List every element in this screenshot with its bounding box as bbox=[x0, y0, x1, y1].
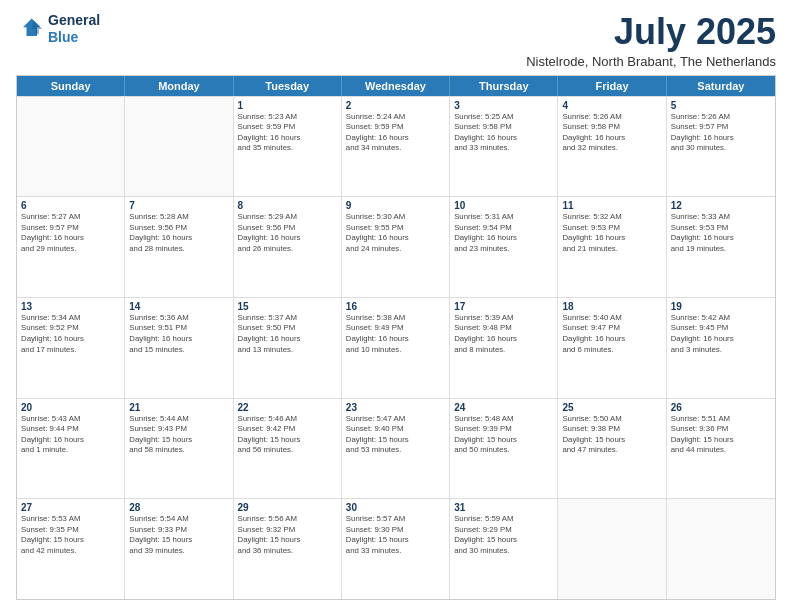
month-title: July 2025 bbox=[526, 12, 776, 52]
cell-info-r3-c3: Sunrise: 5:47 AM Sunset: 9:40 PM Dayligh… bbox=[346, 414, 445, 456]
cal-cell-r3-c4: 24Sunrise: 5:48 AM Sunset: 9:39 PM Dayli… bbox=[450, 399, 558, 499]
logo-line2: Blue bbox=[48, 29, 100, 46]
cell-info-r4-c3: Sunrise: 5:57 AM Sunset: 9:30 PM Dayligh… bbox=[346, 514, 445, 556]
logo-text: General Blue bbox=[48, 12, 100, 46]
logo: General Blue bbox=[16, 12, 100, 46]
cell-day-r3-c6: 26 bbox=[671, 402, 771, 413]
cal-row-0: 1Sunrise: 5:23 AM Sunset: 9:59 PM Daylig… bbox=[17, 96, 775, 197]
cell-day-r1-c6: 12 bbox=[671, 200, 771, 211]
calendar-body: 1Sunrise: 5:23 AM Sunset: 9:59 PM Daylig… bbox=[17, 96, 775, 599]
cell-info-r0-c6: Sunrise: 5:26 AM Sunset: 9:57 PM Dayligh… bbox=[671, 112, 771, 154]
cell-day-r2-c3: 16 bbox=[346, 301, 445, 312]
cell-info-r2-c5: Sunrise: 5:40 AM Sunset: 9:47 PM Dayligh… bbox=[562, 313, 661, 355]
cal-cell-r1-c5: 11Sunrise: 5:32 AM Sunset: 9:53 PM Dayli… bbox=[558, 197, 666, 297]
cal-cell-r3-c0: 20Sunrise: 5:43 AM Sunset: 9:44 PM Dayli… bbox=[17, 399, 125, 499]
col-tuesday: Tuesday bbox=[234, 76, 342, 96]
cell-day-r2-c6: 19 bbox=[671, 301, 771, 312]
cell-day-r2-c1: 14 bbox=[129, 301, 228, 312]
cal-cell-r4-c2: 29Sunrise: 5:56 AM Sunset: 9:32 PM Dayli… bbox=[234, 499, 342, 599]
cell-info-r1-c0: Sunrise: 5:27 AM Sunset: 9:57 PM Dayligh… bbox=[21, 212, 120, 254]
cal-cell-r4-c6 bbox=[667, 499, 775, 599]
cell-info-r1-c1: Sunrise: 5:28 AM Sunset: 9:56 PM Dayligh… bbox=[129, 212, 228, 254]
cal-cell-r2-c3: 16Sunrise: 5:38 AM Sunset: 9:49 PM Dayli… bbox=[342, 298, 450, 398]
cell-day-r4-c3: 30 bbox=[346, 502, 445, 513]
col-thursday: Thursday bbox=[450, 76, 558, 96]
cell-day-r2-c2: 15 bbox=[238, 301, 337, 312]
cal-cell-r4-c3: 30Sunrise: 5:57 AM Sunset: 9:30 PM Dayli… bbox=[342, 499, 450, 599]
cell-info-r0-c4: Sunrise: 5:25 AM Sunset: 9:58 PM Dayligh… bbox=[454, 112, 553, 154]
cal-cell-r1-c1: 7Sunrise: 5:28 AM Sunset: 9:56 PM Daylig… bbox=[125, 197, 233, 297]
logo-icon bbox=[16, 15, 44, 43]
col-wednesday: Wednesday bbox=[342, 76, 450, 96]
calendar: Sunday Monday Tuesday Wednesday Thursday… bbox=[16, 75, 776, 600]
cal-cell-r2-c0: 13Sunrise: 5:34 AM Sunset: 9:52 PM Dayli… bbox=[17, 298, 125, 398]
cell-info-r4-c0: Sunrise: 5:53 AM Sunset: 9:35 PM Dayligh… bbox=[21, 514, 120, 556]
cal-cell-r0-c2: 1Sunrise: 5:23 AM Sunset: 9:59 PM Daylig… bbox=[234, 97, 342, 197]
cal-cell-r2-c2: 15Sunrise: 5:37 AM Sunset: 9:50 PM Dayli… bbox=[234, 298, 342, 398]
cal-row-3: 20Sunrise: 5:43 AM Sunset: 9:44 PM Dayli… bbox=[17, 398, 775, 499]
cell-info-r3-c4: Sunrise: 5:48 AM Sunset: 9:39 PM Dayligh… bbox=[454, 414, 553, 456]
cell-day-r0-c3: 2 bbox=[346, 100, 445, 111]
cal-cell-r0-c6: 5Sunrise: 5:26 AM Sunset: 9:57 PM Daylig… bbox=[667, 97, 775, 197]
cal-cell-r3-c5: 25Sunrise: 5:50 AM Sunset: 9:38 PM Dayli… bbox=[558, 399, 666, 499]
cell-day-r4-c1: 28 bbox=[129, 502, 228, 513]
cell-info-r2-c0: Sunrise: 5:34 AM Sunset: 9:52 PM Dayligh… bbox=[21, 313, 120, 355]
cell-info-r1-c3: Sunrise: 5:30 AM Sunset: 9:55 PM Dayligh… bbox=[346, 212, 445, 254]
cell-day-r3-c2: 22 bbox=[238, 402, 337, 413]
cal-cell-r0-c0 bbox=[17, 97, 125, 197]
cell-day-r1-c3: 9 bbox=[346, 200, 445, 211]
cal-cell-r1-c4: 10Sunrise: 5:31 AM Sunset: 9:54 PM Dayli… bbox=[450, 197, 558, 297]
cell-info-r2-c6: Sunrise: 5:42 AM Sunset: 9:45 PM Dayligh… bbox=[671, 313, 771, 355]
cal-cell-r2-c6: 19Sunrise: 5:42 AM Sunset: 9:45 PM Dayli… bbox=[667, 298, 775, 398]
cal-row-2: 13Sunrise: 5:34 AM Sunset: 9:52 PM Dayli… bbox=[17, 297, 775, 398]
cell-info-r2-c1: Sunrise: 5:36 AM Sunset: 9:51 PM Dayligh… bbox=[129, 313, 228, 355]
cal-cell-r2-c1: 14Sunrise: 5:36 AM Sunset: 9:51 PM Dayli… bbox=[125, 298, 233, 398]
col-friday: Friday bbox=[558, 76, 666, 96]
cell-info-r4-c1: Sunrise: 5:54 AM Sunset: 9:33 PM Dayligh… bbox=[129, 514, 228, 556]
cal-cell-r1-c3: 9Sunrise: 5:30 AM Sunset: 9:55 PM Daylig… bbox=[342, 197, 450, 297]
cal-cell-r2-c4: 17Sunrise: 5:39 AM Sunset: 9:48 PM Dayli… bbox=[450, 298, 558, 398]
page: General Blue July 2025 Nistelrode, North… bbox=[0, 0, 792, 612]
cal-cell-r0-c3: 2Sunrise: 5:24 AM Sunset: 9:59 PM Daylig… bbox=[342, 97, 450, 197]
cal-cell-r3-c6: 26Sunrise: 5:51 AM Sunset: 9:36 PM Dayli… bbox=[667, 399, 775, 499]
cell-info-r1-c5: Sunrise: 5:32 AM Sunset: 9:53 PM Dayligh… bbox=[562, 212, 661, 254]
cal-cell-r2-c5: 18Sunrise: 5:40 AM Sunset: 9:47 PM Dayli… bbox=[558, 298, 666, 398]
cell-info-r1-c2: Sunrise: 5:29 AM Sunset: 9:56 PM Dayligh… bbox=[238, 212, 337, 254]
cell-day-r0-c5: 4 bbox=[562, 100, 661, 111]
cell-info-r3-c6: Sunrise: 5:51 AM Sunset: 9:36 PM Dayligh… bbox=[671, 414, 771, 456]
cell-day-r1-c0: 6 bbox=[21, 200, 120, 211]
cal-cell-r4-c4: 31Sunrise: 5:59 AM Sunset: 9:29 PM Dayli… bbox=[450, 499, 558, 599]
cell-info-r2-c4: Sunrise: 5:39 AM Sunset: 9:48 PM Dayligh… bbox=[454, 313, 553, 355]
title-block: July 2025 Nistelrode, North Brabant, The… bbox=[526, 12, 776, 69]
cal-cell-r1-c0: 6Sunrise: 5:27 AM Sunset: 9:57 PM Daylig… bbox=[17, 197, 125, 297]
cell-day-r0-c4: 3 bbox=[454, 100, 553, 111]
cal-row-1: 6Sunrise: 5:27 AM Sunset: 9:57 PM Daylig… bbox=[17, 196, 775, 297]
cell-day-r3-c1: 21 bbox=[129, 402, 228, 413]
cell-info-r1-c4: Sunrise: 5:31 AM Sunset: 9:54 PM Dayligh… bbox=[454, 212, 553, 254]
col-saturday: Saturday bbox=[667, 76, 775, 96]
cell-day-r3-c0: 20 bbox=[21, 402, 120, 413]
header: General Blue July 2025 Nistelrode, North… bbox=[16, 12, 776, 69]
col-sunday: Sunday bbox=[17, 76, 125, 96]
cell-day-r3-c5: 25 bbox=[562, 402, 661, 413]
cell-info-r0-c5: Sunrise: 5:26 AM Sunset: 9:58 PM Dayligh… bbox=[562, 112, 661, 154]
cell-day-r2-c5: 18 bbox=[562, 301, 661, 312]
col-monday: Monday bbox=[125, 76, 233, 96]
cal-cell-r3-c2: 22Sunrise: 5:46 AM Sunset: 9:42 PM Dayli… bbox=[234, 399, 342, 499]
location-subtitle: Nistelrode, North Brabant, The Netherlan… bbox=[526, 54, 776, 69]
cell-day-r2-c0: 13 bbox=[21, 301, 120, 312]
cell-day-r0-c6: 5 bbox=[671, 100, 771, 111]
cell-day-r3-c4: 24 bbox=[454, 402, 553, 413]
cell-info-r0-c3: Sunrise: 5:24 AM Sunset: 9:59 PM Dayligh… bbox=[346, 112, 445, 154]
cell-day-r0-c2: 1 bbox=[238, 100, 337, 111]
cell-day-r2-c4: 17 bbox=[454, 301, 553, 312]
logo-line1: General bbox=[48, 12, 100, 29]
cell-day-r1-c2: 8 bbox=[238, 200, 337, 211]
cell-info-r3-c0: Sunrise: 5:43 AM Sunset: 9:44 PM Dayligh… bbox=[21, 414, 120, 456]
cell-info-r0-c2: Sunrise: 5:23 AM Sunset: 9:59 PM Dayligh… bbox=[238, 112, 337, 154]
cal-cell-r1-c6: 12Sunrise: 5:33 AM Sunset: 9:53 PM Dayli… bbox=[667, 197, 775, 297]
cell-day-r1-c4: 10 bbox=[454, 200, 553, 211]
cell-info-r3-c5: Sunrise: 5:50 AM Sunset: 9:38 PM Dayligh… bbox=[562, 414, 661, 456]
cell-info-r4-c4: Sunrise: 5:59 AM Sunset: 9:29 PM Dayligh… bbox=[454, 514, 553, 556]
cell-info-r2-c3: Sunrise: 5:38 AM Sunset: 9:49 PM Dayligh… bbox=[346, 313, 445, 355]
